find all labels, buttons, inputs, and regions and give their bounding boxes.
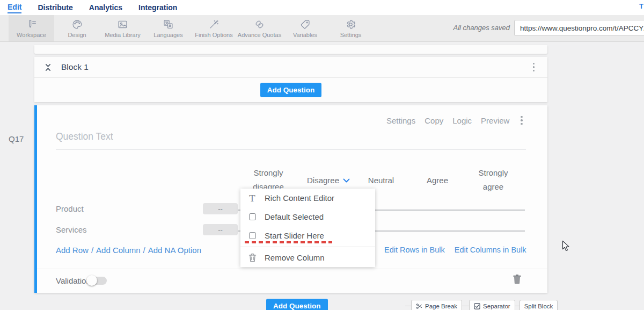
column-options-menu: T Rich Content Editor Default Selected S… bbox=[240, 189, 375, 267]
column-header-strongly-agree[interactable]: Strongly agree bbox=[471, 166, 515, 194]
column-header-agree[interactable]: Agree bbox=[427, 176, 448, 185]
media-library-icon bbox=[117, 19, 128, 30]
block-menu-kebab-icon[interactable] bbox=[531, 61, 537, 74]
question-toolbar: Settings Copy Logic Preview bbox=[386, 114, 525, 127]
toolbar-item-advance-quotas[interactable]: Advance Quotas bbox=[237, 15, 282, 41]
question-text-underline bbox=[56, 149, 526, 150]
connector-line bbox=[462, 306, 469, 306]
rich-text-icon: T bbox=[248, 194, 257, 203]
gear-icon bbox=[345, 19, 356, 30]
add-question-button[interactable]: Add Question bbox=[260, 83, 322, 97]
toolbar-item-label: Advance Quotas bbox=[238, 32, 281, 38]
previous-block-card-edge bbox=[34, 45, 547, 54]
toolbar-item-label: Languages bbox=[153, 32, 182, 38]
split-block-label: Split Block bbox=[524, 303, 553, 309]
row-value-pill[interactable]: -- bbox=[203, 203, 238, 214]
separator-button[interactable]: Separator bbox=[469, 300, 515, 310]
menu-divider bbox=[240, 247, 375, 247]
nav-tab-edit[interactable]: Edit bbox=[8, 2, 21, 13]
matrix-edit-links: Add Row/Add Column/Add NA Option bbox=[56, 246, 201, 255]
add-column-link[interactable]: Add Column bbox=[96, 246, 141, 255]
block-title: Block 1 bbox=[61, 62, 89, 72]
top-nav: Edit Distribute Analytics Integration bbox=[0, 0, 644, 15]
row-value-pill[interactable]: -- bbox=[203, 224, 238, 235]
toolbar-item-label: Design bbox=[68, 32, 86, 38]
toolbar-item-label: Finish Options bbox=[195, 32, 232, 38]
menu-item-start-slider-here[interactable]: Start Slider Here bbox=[240, 226, 375, 245]
toolbar-item-finish-options[interactable]: Finish Options bbox=[191, 15, 237, 41]
menu-item-default-selected[interactable]: Default Selected bbox=[240, 207, 375, 226]
menu-item-rich-content-editor[interactable]: T Rich Content Editor bbox=[240, 189, 375, 207]
connector-line bbox=[405, 306, 411, 306]
save-status-text: All changes saved bbox=[445, 24, 510, 32]
block-footer-tools: Page Break Separator Split Block bbox=[405, 300, 558, 310]
block-header: Block 1 bbox=[34, 57, 547, 78]
menu-item-remove-column[interactable]: Remove Column bbox=[240, 248, 375, 267]
add-row-link[interactable]: Add Row bbox=[56, 246, 89, 255]
question-settings-link[interactable]: Settings bbox=[386, 116, 415, 125]
collapse-block-icon[interactable] bbox=[44, 63, 52, 72]
delete-question-trash-icon[interactable] bbox=[513, 274, 522, 284]
toolbar-item-label: Media Library bbox=[105, 32, 141, 38]
edit-columns-in-bulk-link[interactable]: Edit Columns in Bulk bbox=[455, 246, 526, 254]
chevron-down-icon[interactable] bbox=[343, 178, 350, 183]
red-dashed-annotation bbox=[245, 241, 332, 243]
question-logic-link[interactable]: Logic bbox=[452, 116, 472, 125]
validation-toggle[interactable] bbox=[87, 277, 107, 285]
chain-link-icon bbox=[254, 19, 265, 30]
question-text-input[interactable]: Question Text bbox=[56, 131, 113, 142]
nav-clipped-label: T bbox=[639, 2, 643, 10]
trash-icon bbox=[248, 253, 257, 262]
survey-url-input[interactable] bbox=[514, 20, 644, 36]
tag-icon bbox=[299, 19, 311, 30]
block-add-question-row: Add Question bbox=[34, 78, 547, 102]
add-na-option-link[interactable]: Add NA Option bbox=[148, 246, 201, 255]
toolbar-item-label: Workspace bbox=[17, 32, 46, 38]
toolbar-item-languages[interactable]: Languages bbox=[145, 15, 191, 41]
link-separator: / bbox=[143, 246, 145, 255]
nav-tab-analytics[interactable]: Analytics bbox=[89, 2, 122, 13]
column-header-neutral[interactable]: Neutral bbox=[368, 176, 394, 185]
workspace-icon bbox=[26, 19, 37, 30]
checkbox-icon[interactable] bbox=[248, 232, 257, 239]
link-separator: / bbox=[91, 246, 93, 255]
checkbox-icon[interactable] bbox=[248, 213, 257, 220]
question-footer-divider bbox=[37, 269, 547, 269]
nav-tab-distribute[interactable]: Distribute bbox=[38, 2, 72, 13]
connector-line bbox=[515, 306, 519, 306]
magic-wand-icon bbox=[208, 19, 219, 30]
block-card: Block 1 Add Question bbox=[34, 57, 547, 102]
row-label-product[interactable]: Product bbox=[56, 204, 84, 213]
add-question-button-bottom[interactable]: Add Question bbox=[266, 299, 328, 310]
validation-label: Validation bbox=[56, 276, 91, 285]
checked-box-icon bbox=[474, 303, 480, 309]
question-copy-link[interactable]: Copy bbox=[425, 116, 443, 125]
page-break-button[interactable]: Page Break bbox=[411, 300, 462, 310]
edit-rows-in-bulk-link[interactable]: Edit Rows in Bulk bbox=[384, 246, 445, 254]
toolbar-item-variables[interactable]: Variables bbox=[282, 15, 328, 41]
question-menu-kebab-icon[interactable] bbox=[518, 114, 525, 127]
menu-item-label: Start Slider Here bbox=[265, 231, 324, 240]
question-number: Q17 bbox=[9, 134, 24, 143]
row-label-services[interactable]: Services bbox=[56, 225, 87, 234]
menu-item-label: Default Selected bbox=[265, 212, 324, 221]
menu-item-label: Rich Content Editor bbox=[265, 193, 334, 203]
languages-icon bbox=[163, 19, 174, 30]
mouse-cursor bbox=[562, 240, 570, 253]
toolbar-item-media-library[interactable]: Media Library bbox=[100, 15, 145, 41]
column-header-disagree[interactable]: Disagree bbox=[307, 176, 350, 185]
scissors-icon bbox=[416, 303, 422, 309]
bulk-edit-links: Edit Rows in Bulk Edit Columns in Bulk bbox=[384, 246, 526, 254]
nav-tab-integration[interactable]: Integration bbox=[138, 2, 177, 13]
toolbar-item-design[interactable]: Design bbox=[54, 15, 100, 41]
menu-item-label: Remove Column bbox=[265, 253, 325, 262]
toolbar-item-workspace[interactable]: Workspace bbox=[9, 15, 54, 41]
question-preview-link[interactable]: Preview bbox=[481, 116, 509, 125]
toolbar-item-label: Settings bbox=[340, 32, 362, 38]
split-block-button[interactable]: Split Block bbox=[519, 300, 558, 310]
separator-label: Separator bbox=[483, 303, 510, 309]
design-palette-icon bbox=[71, 19, 83, 30]
column-header-label: Disagree bbox=[307, 176, 339, 185]
toggle-knob bbox=[86, 275, 97, 286]
toolbar-item-settings[interactable]: Settings bbox=[328, 15, 374, 41]
